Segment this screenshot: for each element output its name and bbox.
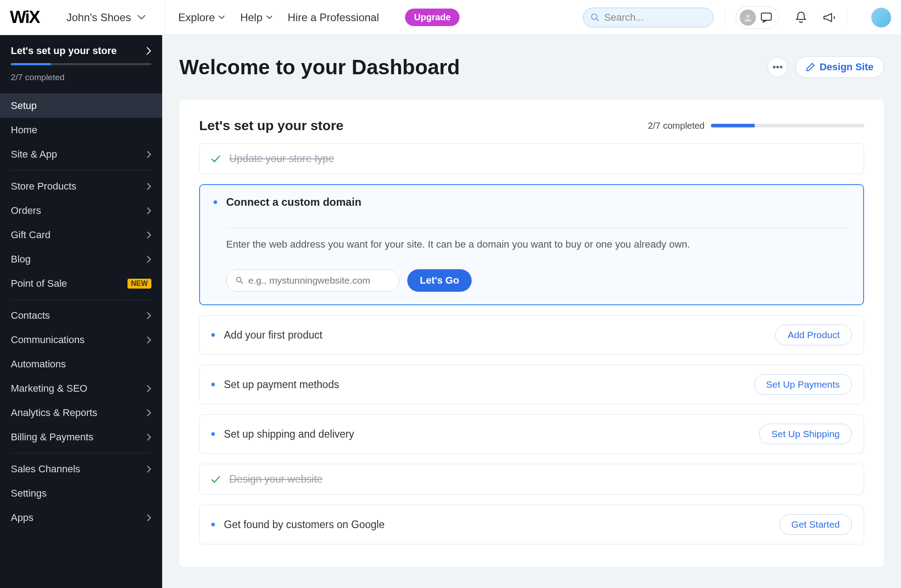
sidebar-item-label: Automations [11, 358, 66, 370]
sidebar-item-gift-card[interactable]: Gift Card [0, 223, 162, 247]
bullet-icon [211, 523, 215, 526]
sidebar-item-label: Orders [11, 205, 41, 217]
svg-point-3 [237, 277, 241, 282]
chevron-right-icon [147, 466, 151, 473]
sidebar-item-label: Communications [11, 334, 85, 346]
nav-hire[interactable]: Hire a Professional [288, 11, 379, 24]
sidebar-progress-text: 2/7 completed [0, 65, 162, 94]
sidebar-item-apps[interactable]: Apps [0, 506, 162, 530]
announcements-icon[interactable] [823, 12, 836, 23]
inbox-button[interactable] [736, 6, 779, 29]
upgrade-button[interactable]: Upgrade [405, 9, 460, 26]
divider [11, 453, 151, 453]
design-site-label: Design Site [819, 61, 874, 73]
pencil-icon [806, 63, 815, 72]
sidebar-item-analytics[interactable]: Analytics & Reports [0, 401, 162, 425]
search-icon [591, 13, 600, 22]
sidebar-item-settings[interactable]: Settings [0, 481, 162, 506]
sidebar-item-home[interactable]: Home [0, 118, 162, 142]
separator [724, 9, 725, 26]
search-icon [236, 276, 244, 285]
sidebar-item-billing[interactable]: Billing & Payments [0, 425, 162, 449]
svg-point-1 [746, 14, 750, 18]
avatar-icon [740, 9, 756, 26]
divider [11, 170, 151, 171]
notifications-icon[interactable] [795, 11, 807, 24]
more-button[interactable]: ••• [768, 57, 787, 77]
chevron-right-icon [147, 409, 151, 416]
domain-input-row: Let's Go [226, 269, 850, 292]
sidebar-item-orders[interactable]: Orders [0, 199, 162, 223]
chevron-right-icon [147, 151, 151, 158]
get-started-button[interactable]: Get Started [779, 514, 852, 535]
sidebar-item-label: Point of Sale [11, 278, 67, 289]
page-title: Welcome to your Dashboard [179, 55, 460, 79]
search-input[interactable]: Search... [583, 8, 714, 27]
step-description: Enter the web address you want for your … [226, 227, 850, 250]
page-header: Welcome to your Dashboard ••• Design Sit… [179, 55, 884, 79]
sidebar-item-blog[interactable]: Blog [0, 247, 162, 271]
chevron-right-icon [147, 207, 151, 214]
step-label: Get found by customers on Google [224, 519, 770, 531]
sidebar-setup-title: Let's set up your store [11, 45, 117, 57]
setup-card: Let's set up your store 2/7 completed Up… [179, 100, 884, 567]
set-up-shipping-button[interactable]: Set Up Shipping [759, 424, 852, 444]
add-product-button[interactable]: Add Product [775, 325, 852, 345]
wix-logo[interactable]: WiX [10, 8, 39, 27]
chevron-down-icon [266, 15, 273, 20]
sidebar-item-label: Apps [11, 512, 33, 524]
step-google[interactable]: Get found by customers on Google Get Sta… [199, 505, 864, 544]
step-label: Connect a custom domain [226, 196, 850, 208]
step-design[interactable]: Design your website [199, 464, 864, 495]
step-label: Set up payment methods [224, 379, 745, 391]
step-shipping[interactable]: Set up shipping and delivery Set Up Ship… [199, 414, 864, 454]
chevron-right-icon [147, 336, 151, 344]
step-payments[interactable]: Set up payment methods Set Up Payments [199, 365, 864, 404]
nav-explore[interactable]: Explore [178, 11, 225, 24]
chevron-right-icon [147, 231, 151, 239]
sidebar-item-label: Settings [11, 488, 47, 499]
step-update-type[interactable]: Update your store type [199, 143, 864, 174]
step-add-product[interactable]: Add your first product Add Product [199, 315, 864, 355]
sidebar-item-pos[interactable]: Point of SaleNEW [0, 271, 162, 296]
chevron-down-icon [218, 15, 225, 20]
new-badge: NEW [127, 279, 151, 289]
divider [11, 299, 151, 300]
sidebar-item-setup[interactable]: Setup [0, 94, 162, 118]
nav-help[interactable]: Help [240, 11, 272, 24]
design-site-button[interactable]: Design Site [796, 56, 884, 78]
chevron-right-icon [147, 183, 151, 190]
nav-help-label: Help [240, 11, 262, 24]
set-up-payments-button[interactable]: Set Up Payments [754, 374, 852, 395]
chevron-right-icon [146, 47, 151, 55]
sidebar-item-site-app[interactable]: Site & App [0, 142, 162, 167]
site-switcher[interactable]: John's Shoes [66, 0, 164, 35]
sidebar-item-label: Home [11, 124, 37, 136]
sidebar-item-marketing[interactable]: Marketing & SEO [0, 376, 162, 401]
bullet-icon [211, 432, 215, 436]
card-progress: 2/7 completed [648, 121, 864, 131]
sidebar-item-automations[interactable]: Automations [0, 352, 162, 376]
card-title: Let's set up your store [199, 118, 344, 133]
chevron-right-icon [147, 514, 151, 521]
step-connect-domain: Connect a custom domain Enter the web ad… [199, 184, 864, 305]
main-content: Welcome to your Dashboard ••• Design Sit… [162, 35, 901, 588]
sidebar-item-store-products[interactable]: Store Products [0, 174, 162, 199]
sidebar-item-contacts[interactable]: Contacts [0, 303, 162, 328]
sidebar-item-communications[interactable]: Communications [0, 328, 162, 352]
card-progress-text: 2/7 completed [648, 121, 705, 131]
sidebar-item-label: Contacts [11, 310, 50, 321]
domain-input[interactable] [248, 275, 390, 286]
sidebar-setup-banner[interactable]: Let's set up your store [0, 45, 162, 63]
sidebar-item-sales-channels[interactable]: Sales Channels [0, 457, 162, 481]
step-label: Design your website [229, 473, 852, 485]
lets-go-button[interactable]: Let's Go [407, 269, 472, 292]
chevron-right-icon [147, 385, 151, 392]
svg-point-0 [592, 14, 597, 19]
bullet-icon [211, 383, 215, 386]
header-actions: ••• Design Site [768, 56, 884, 78]
user-avatar[interactable] [871, 8, 891, 27]
sidebar-item-label: Sales Channels [11, 463, 80, 475]
separator [846, 9, 847, 26]
step-label: Set up shipping and delivery [224, 428, 750, 440]
